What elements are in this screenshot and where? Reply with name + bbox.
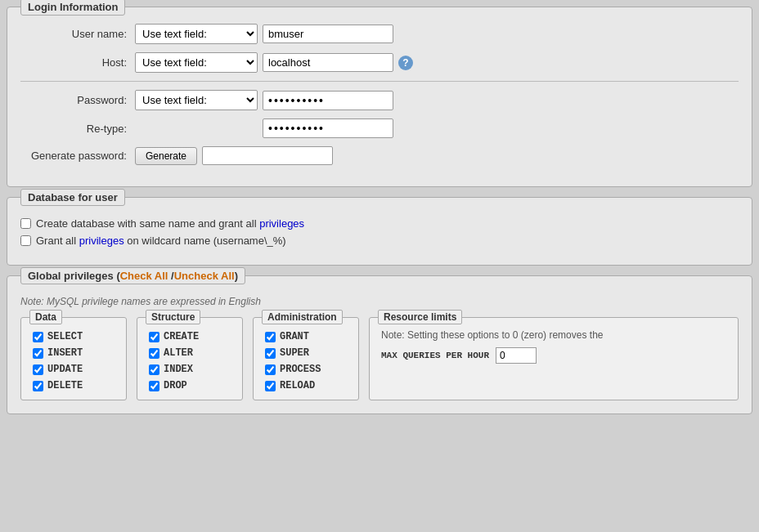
- username-input[interactable]: [263, 25, 393, 43]
- update-label: UPDATE: [47, 364, 83, 375]
- drop-label: DROP: [164, 380, 187, 391]
- index-checkbox[interactable]: [149, 364, 159, 375]
- password-method-select[interactable]: Use text field:: [135, 90, 258, 110]
- privileges-grid: Data SELECT INSERT UPDATE: [20, 317, 739, 400]
- retype-row: Re-type:: [20, 118, 739, 138]
- alter-checkbox[interactable]: [149, 348, 159, 359]
- super-privilege: SUPER: [265, 347, 347, 359]
- reload-privilege: RELOAD: [265, 380, 347, 391]
- privileges-link-1[interactable]: privileges: [259, 217, 304, 230]
- max-queries-input[interactable]: [496, 347, 537, 364]
- super-label: SUPER: [280, 347, 309, 359]
- host-input[interactable]: [263, 53, 393, 72]
- wildcard-checkbox-row: Grant all privileges on wildcard name (u…: [20, 235, 739, 247]
- insert-checkbox[interactable]: [33, 348, 43, 359]
- drop-privilege: DROP: [149, 380, 231, 391]
- database-section: Database for user Create database with s…: [7, 197, 752, 266]
- grant-label: GRANT: [280, 331, 309, 342]
- max-queries-row: MAX QUERIES PER HOUR: [381, 347, 726, 364]
- grant-checkbox[interactable]: [265, 332, 276, 342]
- check-all-link[interactable]: Check All: [120, 270, 168, 282]
- reload-label: RELOAD: [280, 380, 315, 391]
- username-label: User name:: [20, 28, 135, 40]
- privileges-link-2[interactable]: privileges: [79, 235, 124, 247]
- global-privileges-title: Global privileges (Check All /Uncheck Al…: [20, 267, 245, 284]
- host-label: Host:: [20, 56, 135, 69]
- wildcard-checkbox[interactable]: [20, 235, 31, 246]
- create-db-checkbox[interactable]: [20, 218, 31, 229]
- generate-button[interactable]: Generate: [135, 147, 197, 165]
- database-section-title: Database for user: [20, 189, 125, 206]
- privileges-note: Note: MySQL privilege names are expresse…: [20, 296, 739, 307]
- reload-checkbox[interactable]: [265, 381, 276, 391]
- administration-box-title: Administration: [262, 310, 343, 324]
- delete-label: DELETE: [47, 380, 83, 391]
- username-row: User name: Use text field:: [20, 24, 739, 44]
- data-box-title: Data: [29, 310, 62, 324]
- create-label: CREATE: [164, 331, 199, 342]
- index-privilege: INDEX: [149, 364, 231, 375]
- process-label: PROCESS: [280, 364, 321, 375]
- create-privilege: CREATE: [149, 331, 231, 342]
- wildcard-label: Grant all privileges on wildcard name (u…: [36, 235, 286, 247]
- delete-checkbox[interactable]: [33, 381, 43, 391]
- alter-privilege: ALTER: [149, 347, 231, 359]
- structure-box-title: Structure: [146, 310, 200, 324]
- data-privilege-box: Data SELECT INSERT UPDATE: [20, 317, 127, 400]
- index-label: INDEX: [164, 364, 193, 375]
- drop-checkbox[interactable]: [149, 381, 159, 391]
- administration-privilege-box: Administration GRANT SUPER PROCESS: [253, 317, 359, 400]
- generate-password-row: Generate password: Generate: [20, 146, 739, 165]
- generate-label: Generate password:: [20, 150, 135, 162]
- insert-privilege: INSERT: [33, 347, 115, 359]
- alter-label: ALTER: [164, 347, 193, 359]
- resource-limits-box: Resource limits Note: Setting these opti…: [369, 317, 739, 400]
- host-info-icon[interactable]: ?: [398, 56, 413, 70]
- process-privilege: PROCESS: [265, 364, 347, 375]
- username-method-select[interactable]: Use text field:: [135, 24, 258, 44]
- retype-label: Re-type:: [20, 123, 135, 135]
- max-queries-label: MAX QUERIES PER HOUR: [381, 351, 489, 360]
- resource-limits-note: Note: Setting these options to 0 (zero) …: [381, 329, 726, 341]
- super-checkbox[interactable]: [265, 348, 276, 359]
- grant-privilege: GRANT: [265, 331, 347, 342]
- retype-input[interactable]: [263, 118, 393, 138]
- host-row: Host: Use text field: ?: [20, 52, 739, 73]
- delete-privilege: DELETE: [33, 380, 115, 391]
- uncheck-all-link[interactable]: Uncheck All: [174, 270, 235, 282]
- database-section-content: Create database with same name and grant…: [20, 217, 739, 247]
- resource-limits-title: Resource limits: [378, 310, 462, 324]
- process-checkbox[interactable]: [265, 364, 276, 375]
- global-privileges-section: Global privileges (Check All /Uncheck Al…: [7, 275, 752, 414]
- select-label: SELECT: [47, 331, 83, 342]
- select-checkbox[interactable]: [33, 332, 43, 342]
- update-privilege: UPDATE: [33, 364, 115, 375]
- password-row: Password: Use text field:: [20, 90, 739, 110]
- update-checkbox[interactable]: [33, 364, 43, 375]
- insert-label: INSERT: [47, 347, 83, 359]
- login-section-content: User name: Use text field: Host: Use tex…: [20, 24, 739, 165]
- create-db-label: Create database with same name and grant…: [36, 217, 304, 230]
- login-section-title: Login Information: [20, 0, 125, 16]
- global-privileges-content: Note: MySQL privilege names are expresse…: [20, 296, 739, 400]
- password-label: Password:: [20, 94, 135, 106]
- structure-privilege-box: Structure CREATE ALTER INDEX: [137, 317, 243, 400]
- create-db-checkbox-row: Create database with same name and grant…: [20, 217, 739, 230]
- generated-password-input[interactable]: [202, 146, 333, 165]
- host-method-select[interactable]: Use text field:: [135, 52, 258, 73]
- password-input[interactable]: [263, 91, 393, 110]
- select-privilege: SELECT: [33, 331, 115, 342]
- login-information-section: Login Information User name: Use text fi…: [7, 7, 752, 187]
- create-checkbox[interactable]: [149, 332, 159, 342]
